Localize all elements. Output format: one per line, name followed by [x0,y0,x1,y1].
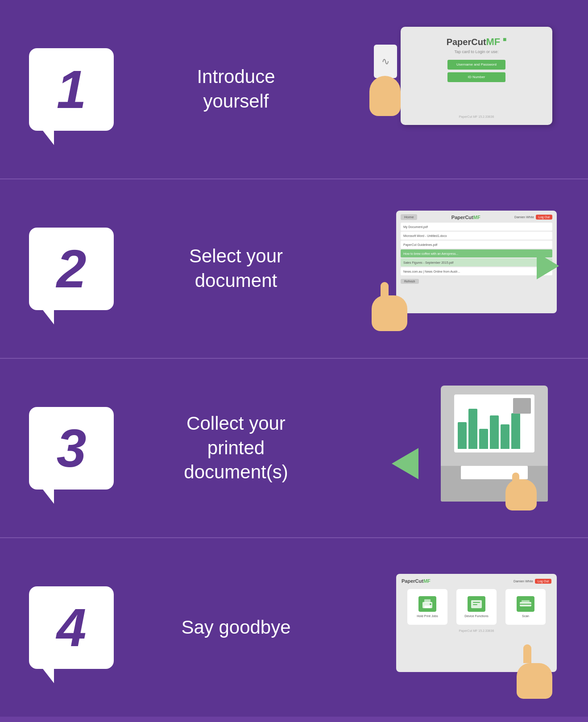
step-4-bubble-shape: 4 [29,586,114,669]
svg-rect-5 [473,602,480,603]
screen4-header: PaperCutMF Damien White Log Out [402,578,551,584]
papercut-logo-4: PaperCutMF [402,578,431,584]
printer-screen [454,394,534,452]
printer-icon-svg [421,598,434,610]
arrow-right-2 [537,253,559,279]
step-1-illustration: PaperCutMF ■ Tap card to Login or use: U… [356,18,561,161]
step-3-text: Collect your printed document(s) [116,411,356,485]
logout-btn-2[interactable]: Log Out [536,215,552,220]
step-1-bubble: 1 [27,40,116,138]
screen4-footer: PaperCut MF 15.2.33636 [402,629,551,632]
device-functions-icon [468,596,485,612]
step-2-illustration: Home PaperCutMF Damien White Log Out My … [356,197,561,340]
step-2-title: Select your document [134,244,338,293]
hand4-body [517,663,552,699]
hand4-finger [523,644,531,663]
step-3-title: Collect your printed document(s) [134,411,338,485]
doc-row-3[interactable]: PaperCut Guidelines.pdf [401,241,552,249]
s4-icons-row: Hold Print Jobs Device Functions [402,589,551,625]
user-name-2: Damien White [514,216,534,219]
step-4-bubble: 4 [27,578,116,676]
step-1-bubble-shape: 1 [29,48,114,131]
scan-icon-svg [519,598,532,610]
svg-point-3 [430,603,431,605]
step-4-illustration: PaperCutMF Damien White Log Out [356,556,561,699]
hold-print-jobs-box[interactable]: Hold Print Jobs [407,589,447,625]
device-functions-box[interactable]: Device Functions [456,589,497,625]
logout-btn-4[interactable]: Log Out [535,579,551,584]
step-3-bubble-shape: 3 [29,407,114,490]
user-name-4: Damien White [513,580,533,583]
papercut-logo-2: PaperCutMF [451,215,480,220]
svg-rect-9 [522,600,530,602]
thumbnail [513,398,531,414]
step-1-title: Introduce yourself [134,65,338,113]
step-4-text: Say goodbye [116,615,356,640]
bar-4 [490,415,499,449]
hold-print-icon [418,596,436,612]
hand2-illustration [365,278,418,331]
bar-2 [468,409,477,449]
doc-row-1[interactable]: My Document.pdf [401,223,552,231]
hand4-illustration [512,641,561,699]
step-2-section: 2 Select your document Home PaperCutMF D… [0,179,588,358]
hand-shape-1 [369,76,401,116]
svg-rect-1 [424,599,431,603]
hold-print-label: Hold Print Jobs [417,614,438,618]
username-password-btn[interactable]: Username and Password [447,60,505,70]
scan-label: Scan [522,614,529,618]
doc-row-6[interactable]: News.com.au | News Online from Austr... [401,267,552,275]
papercut-logo-1: PaperCutMF ■ [447,36,507,48]
wifi-icon: ∿ [381,56,389,67]
hand3-illustration [503,470,543,510]
step-2-number: 2 [57,242,87,295]
step-1-section: 1 Introduce yourself PaperCutMF ■ Tap ca… [0,0,588,178]
hand-card-illustration: ∿ [369,45,414,116]
step-4-section: 4 Say goodbye PaperCutMF Damien White Lo… [0,538,588,717]
step-2-bubble-shape: 2 [29,228,114,310]
device-icon-svg [470,598,483,610]
step-2-screen: Home PaperCutMF Damien White Log Out My … [396,211,557,313]
arrow-left-3 [392,448,418,479]
device-functions-label: Device Functions [464,614,489,618]
screen1-footer: PaperCut MF 15.2.33636 [459,115,494,118]
step-3-section: 3 Collect your printed document(s) [0,359,588,537]
svg-rect-6 [473,604,477,605]
scan-box[interactable]: Scan [505,589,546,625]
bar-1 [458,422,467,449]
hand3-body [505,479,537,510]
step-2-text: Select your document [116,244,356,293]
step-1-text: Introduce yourself [116,65,356,113]
doc-row-2[interactable]: Microsoft Word - Untitled1.docx [401,232,552,240]
svg-rect-2 [424,606,431,608]
document-list: My Document.pdf Microsoft Word - Untitle… [401,223,552,275]
scan-icon [517,596,534,612]
id-number-btn[interactable]: ID Number [447,72,505,82]
bar-5 [501,424,509,449]
step-1-number: 1 [57,62,87,116]
step-2-bubble: 2 [27,220,116,318]
bar-6 [511,413,520,449]
step-4-number: 4 [57,601,87,654]
doc-row-4[interactable]: How to brew coffee with an Aeropress... [401,249,552,257]
doc-row-5[interactable]: Sales Figures - September 2015.pdf [401,258,552,266]
step-4-title: Say goodbye [134,615,338,640]
screen2-header: Home PaperCutMF Damien White Log Out [401,214,552,220]
home-btn[interactable]: Home [401,214,417,220]
step-1-screen: PaperCutMF ■ Tap card to Login or use: U… [401,27,552,125]
tap-text: Tap card to Login or use: [454,50,498,54]
step-3-bubble: 3 [27,399,116,497]
step-3-illustration [356,377,561,519]
nfc-card: ∿ [374,45,397,78]
step-3-number: 3 [57,421,87,475]
hand2-body [372,295,407,331]
bar-3 [479,429,488,449]
